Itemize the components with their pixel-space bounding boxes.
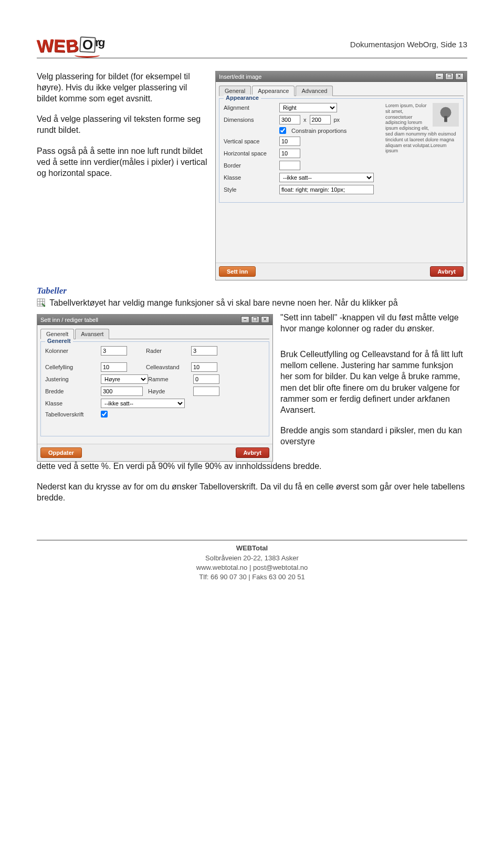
kolonner-label: Kolonner: [45, 348, 98, 354]
klasse-label: Klasse: [224, 174, 276, 181]
dialog-tabs: Generelt Avansert: [40, 328, 269, 339]
dim-px: px: [334, 117, 340, 123]
hoyde-label: Høyde: [148, 388, 190, 394]
width-input[interactable]: [279, 115, 300, 124]
close-icon[interactable]: ✕: [455, 73, 464, 80]
paragraph: dette ved å sette %. En verdi på 90% vil…: [37, 461, 467, 472]
style-input[interactable]: [279, 185, 374, 194]
maximize-icon[interactable]: ❐: [251, 316, 259, 323]
minimize-icon[interactable]: ‒: [435, 73, 444, 80]
fieldset-legend: Generelt: [45, 338, 73, 344]
paragraph: Pass også på å sette inn noe luft rundt …: [37, 145, 208, 179]
generelt-fieldset: Generelt Kolonner Rader Cellefylling Cel…: [40, 341, 269, 436]
height-input[interactable]: [310, 115, 331, 124]
insert-button[interactable]: Sett inn: [219, 266, 256, 277]
cellefylling-input[interactable]: [101, 362, 127, 372]
kolonner-input[interactable]: [101, 346, 127, 356]
minimize-icon[interactable]: ‒: [241, 316, 249, 323]
cancel-button[interactable]: Avbryt: [430, 266, 464, 277]
dialog-title-text: Insert/edit image: [219, 74, 261, 80]
paragraph: Bredde angis som standard i piksler, men…: [280, 425, 467, 447]
paragraph: Bruk Celleutfylling og Celleavstand for …: [280, 349, 467, 415]
bredde-label: Bredde: [45, 388, 98, 394]
border-input[interactable]: [279, 161, 300, 170]
cellefylling-label: Cellefylling: [45, 364, 98, 370]
rader-label: Rader: [146, 348, 188, 354]
ramme-label: Ramme: [148, 376, 190, 382]
style-label: Style: [224, 186, 276, 193]
footer-tel: Tlf: 66 90 07 30 | Faks 63 00 20 51: [199, 573, 304, 581]
weborg-logo: WEBOrg: [37, 37, 106, 55]
hspace-label: Horizontal space: [224, 150, 276, 156]
ramme-input[interactable]: [193, 374, 219, 384]
dialog-titlebar: Sett inn / rediger tabell ‒ ❐ ✕: [37, 315, 272, 325]
paragraph: "Sett inn tabell" -knappen vil du føst m…: [280, 312, 467, 334]
footer-web: www.webtotal.no | post@webtotal.no: [196, 564, 308, 571]
justering-label: Justering: [45, 376, 98, 382]
update-button[interactable]: Oppdater: [40, 447, 82, 458]
klasse-select[interactable]: --ikke satt--: [279, 173, 374, 182]
dim-x: x: [303, 117, 307, 123]
hoyde-input[interactable]: [193, 387, 219, 396]
logo-letter: E: [54, 37, 66, 55]
logo-letter: W: [36, 36, 54, 55]
logo-smile: [75, 53, 100, 58]
paragraph: Velg plassering for bildet (for eksempel…: [37, 71, 208, 104]
constrain-checkbox[interactable]: [279, 127, 286, 134]
table-dialog: Sett inn / rediger tabell ‒ ❐ ✕ Generelt…: [37, 314, 273, 462]
klasse-select[interactable]: --ikke satt--: [101, 399, 185, 408]
tabelloverskrift-label: Tabelloverskrift: [45, 411, 98, 418]
constrain-label: Constrain proportions: [291, 128, 346, 134]
page-header: WEBOrg Dokumentasjon WebOrg, Side 13: [37, 37, 467, 58]
paragraph: Nederst kan du krysse av for om du ønske…: [37, 481, 467, 503]
fieldset-legend: Appearance: [224, 95, 261, 101]
tabeller-intro: Tabellverktøyet har veldig mange funksjo…: [49, 298, 397, 307]
page-footer: WEBTotal Solbråveien 20-22, 1383 Asker w…: [37, 540, 467, 582]
celleavstand-input[interactable]: [191, 362, 217, 372]
tree-icon: [433, 103, 459, 127]
vspace-input[interactable]: [279, 137, 300, 146]
logo-letter: g: [98, 36, 106, 48]
cancel-button[interactable]: Avbryt: [236, 447, 269, 458]
dialog-titlebar: Insert/edit image ‒ ❐ ✕: [216, 71, 467, 82]
tabeller-heading: Tabeller: [37, 286, 467, 296]
tabelloverskrift-checkbox[interactable]: [101, 411, 108, 418]
paragraph: Ved å velge plassering vil teksten forme…: [37, 113, 208, 135]
vspace-label: Vertical space: [224, 138, 276, 144]
tab-avansert[interactable]: Avansert: [75, 329, 109, 339]
border-label: Border: [224, 162, 276, 169]
dialog-title-text: Sett inn / rediger tabell: [40, 317, 98, 323]
klasse-label: Klasse: [45, 400, 98, 406]
dimensions-label: Dimensions: [224, 117, 276, 123]
appearance-fieldset: Appearance Alignment Right Dimensions x: [219, 98, 464, 203]
logo-letter: O: [80, 36, 97, 53]
close-icon[interactable]: ✕: [261, 316, 269, 323]
justering-select[interactable]: Høyre: [101, 374, 148, 384]
celleavstand-label: Celleavstand: [146, 364, 188, 370]
table-icon: [37, 298, 45, 309]
page-number: Dokumentasjon WebOrg, Side 13: [350, 37, 467, 49]
maximize-icon[interactable]: ❐: [445, 73, 454, 80]
alignment-label: Alignment: [224, 105, 276, 111]
footer-address: Solbråveien 20-22, 1383 Asker: [205, 554, 299, 562]
hspace-input[interactable]: [279, 149, 300, 158]
footer-brand: WEBTotal: [236, 544, 268, 552]
rader-input[interactable]: [191, 346, 217, 356]
preview-panel: Lorem ipsum, Dolor sit amet, consectetue…: [385, 103, 459, 197]
bredde-input[interactable]: [101, 387, 143, 396]
svg-rect-1: [444, 116, 447, 121]
alignment-select[interactable]: Right: [279, 103, 337, 112]
tab-advanced[interactable]: Advanced: [296, 86, 333, 96]
insert-image-dialog: Insert/edit image ‒ ❐ ✕ General Appearan…: [215, 71, 467, 280]
